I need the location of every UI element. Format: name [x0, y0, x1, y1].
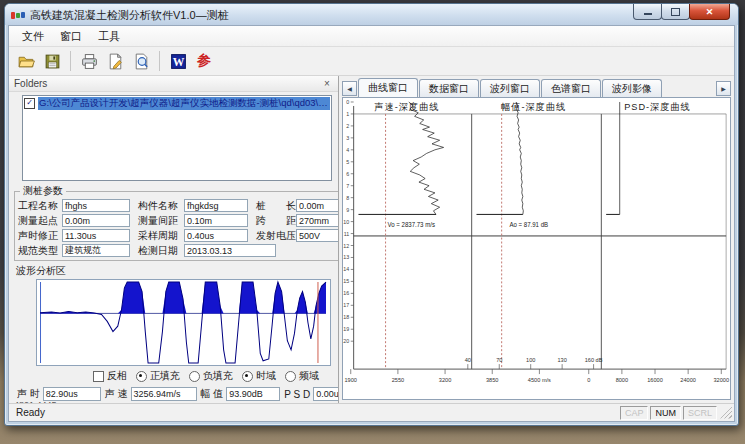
maximize-icon — [671, 8, 680, 16]
svg-text:14: 14 — [343, 266, 349, 272]
folder-list-item[interactable]: ✓ G:\公司产品设计开发\超声仪器\超声仪实地检测数据-测桩\qd\qd03\… — [24, 97, 330, 110]
fill-radio-1[interactable]: 负填充 — [189, 369, 233, 383]
invert-checkbox[interactable]: 反相 — [93, 369, 127, 383]
param-row: 工程名称fhghs构件名称fhgkdsg桩 长0.00m — [18, 198, 339, 213]
checkbox-icon — [93, 371, 104, 382]
folders-list[interactable]: ✓ G:\公司产品设计开发\超声仪器\超声仪实地检测数据-测桩\qd\qd03\… — [22, 95, 332, 181]
close-button[interactable]: ✕ — [689, 4, 730, 20]
resize-grip[interactable] — [720, 407, 732, 419]
svg-text:1900: 1900 — [345, 377, 357, 383]
right-panel: ◀曲线窗口数据窗口波列窗口色谱窗口波列影像▶ 01234567891011121… — [339, 76, 734, 403]
minimize-button[interactable] — [633, 4, 662, 20]
tab-色谱窗口[interactable]: 色谱窗口 — [541, 79, 601, 97]
param-value-field[interactable]: 500V — [296, 229, 339, 242]
print-button[interactable] — [77, 49, 101, 73]
readout-value-2[interactable]: 93.90dB — [226, 387, 280, 401]
svg-text:Vo = 2837.73 m/s: Vo = 2837.73 m/s — [388, 220, 435, 227]
domain-radio-1[interactable]: 频域 — [285, 369, 319, 383]
svg-text:8: 8 — [346, 195, 349, 201]
param-value-field[interactable]: fhghs — [62, 199, 130, 212]
invert-label: 反相 — [107, 369, 127, 383]
maximize-button[interactable] — [661, 4, 690, 20]
param-row: 声时修正11.30us采样周期0.40us发射电压500V — [18, 228, 339, 243]
svg-text:12: 12 — [343, 242, 349, 248]
svg-text:3: 3 — [346, 135, 349, 141]
toolbar-separator — [159, 51, 160, 71]
param-value-field[interactable]: 0.00m — [62, 214, 130, 227]
svg-text:16000: 16000 — [647, 377, 663, 383]
left-panel: Folders × ✓ G:\公司产品设计开发\超声仪器\超声仪实地检测数据-测… — [9, 76, 339, 403]
toolbar: W 参 — [9, 47, 734, 76]
fill-label: 正填充 — [150, 369, 180, 383]
param-label: 构件名称 — [138, 199, 184, 213]
fill-radio-0[interactable]: 正填充 — [136, 369, 180, 383]
indicator-SCRL: SCRL — [683, 406, 717, 420]
svg-text:10: 10 — [343, 219, 349, 225]
status-bar: Ready CAPNUMSCRL — [9, 403, 734, 421]
readout-label-1: 声 速 — [105, 387, 128, 401]
param-value-field[interactable]: fhgkdsg — [184, 199, 248, 212]
waveform-controls: 反相正填充负填充时域频域 — [9, 366, 338, 383]
parameters-icon: 参 — [197, 52, 211, 70]
svg-text:18: 18 — [343, 314, 349, 320]
menu-item-2[interactable]: 工具 — [90, 27, 128, 46]
svg-text:7: 7 — [346, 183, 349, 189]
readout-value-1[interactable]: 3256.94m/s — [131, 387, 197, 401]
charts-canvas: 01234567891011121314151617181920声速-深度曲线1… — [343, 98, 730, 399]
title-bar[interactable]: 高铁建筑混凝土检测分析软件V1.0—测桩 ✕ — [5, 4, 738, 25]
tab-曲线窗口[interactable]: 曲线窗口 — [358, 78, 418, 97]
svg-text:70: 70 — [496, 357, 502, 363]
chart-area[interactable]: 01234567891011121314151617181920声速-深度曲线1… — [342, 97, 731, 400]
svg-text:32000: 32000 — [713, 377, 729, 383]
waveform-area-label: 波形分析区 — [9, 261, 338, 279]
param-value-field[interactable]: 270mm — [296, 214, 339, 227]
param-value-field[interactable]: 0.00m — [296, 199, 339, 212]
parameters-button[interactable]: 参 — [192, 49, 216, 73]
word-report-icon: W — [169, 52, 188, 71]
fill-label: 负填充 — [203, 369, 233, 383]
param-label: 测量间距 — [138, 214, 184, 228]
waveform-plot[interactable] — [36, 279, 331, 366]
print-setup-button[interactable] — [103, 49, 127, 73]
open-file-button[interactable] — [14, 49, 38, 73]
param-row: 规范类型建筑规范检测日期2013.03.13 — [18, 243, 339, 258]
param-value-field[interactable]: 2013.03.13 — [184, 244, 276, 257]
tab-数据窗口[interactable]: 数据窗口 — [419, 79, 479, 97]
readout-value-0[interactable]: 82.90us — [43, 387, 101, 401]
save-icon — [43, 52, 62, 71]
readout-value-3[interactable]: 0.00us^2/m — [313, 387, 339, 401]
folder-checkbox-checked-icon[interactable]: ✓ — [24, 98, 35, 109]
param-label: 采样周期 — [138, 229, 184, 243]
param-label: 声时修正 — [18, 229, 62, 243]
app-icon — [11, 12, 25, 19]
save-button[interactable] — [40, 49, 64, 73]
domain-label: 频域 — [299, 369, 319, 383]
menu-item-1[interactable]: 窗口 — [52, 27, 90, 46]
tab-scroll-left-icon[interactable]: ◀ — [342, 81, 357, 96]
menu-item-0[interactable]: 文件 — [14, 27, 52, 46]
tab-strip: ◀曲线窗口数据窗口波列窗口色谱窗口波列影像▶ — [339, 76, 734, 97]
print-icon — [80, 52, 99, 71]
svg-text:2550: 2550 — [392, 377, 404, 383]
param-value-field[interactable]: 建筑规范 — [62, 244, 130, 257]
tab-scroll-right-icon[interactable]: ▶ — [716, 81, 731, 96]
word-report-button[interactable]: W — [166, 49, 190, 73]
print-preview-icon — [132, 52, 151, 71]
folders-close-icon[interactable]: × — [321, 79, 333, 89]
svg-text:11: 11 — [344, 230, 350, 236]
param-label: 规范类型 — [18, 244, 62, 258]
param-value-field[interactable]: 0.40us — [184, 229, 248, 242]
tab-波列窗口[interactable]: 波列窗口 — [480, 79, 540, 97]
desktop: 高铁建筑混凝土检测分析软件V1.0—测桩 ✕ 文件窗口工具 — [0, 0, 745, 444]
tab-波列影像[interactable]: 波列影像 — [602, 79, 662, 97]
pile-params-title: 测桩参数 — [20, 184, 66, 198]
svg-text:15: 15 — [343, 278, 349, 284]
readout-label-0: 声 时 — [17, 387, 40, 401]
print-preview-button[interactable] — [129, 49, 153, 73]
svg-text:160 dB: 160 dB — [585, 357, 603, 363]
readout-label-2: 幅 值 — [201, 387, 224, 401]
domain-label: 时域 — [256, 369, 276, 383]
param-value-field[interactable]: 11.30us — [62, 229, 130, 242]
domain-radio-0[interactable]: 时域 — [242, 369, 276, 383]
param-value-field[interactable]: 0.10m — [184, 214, 248, 227]
